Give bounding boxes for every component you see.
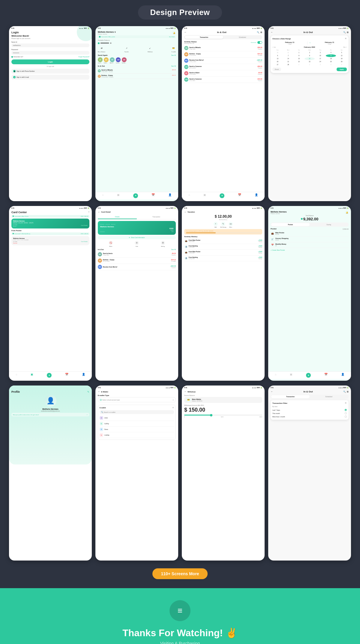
- create-new-pocket[interactable]: + Create New Pocket: [271, 248, 349, 252]
- avatar-jc[interactable]: JC Jane Cooper: [98, 57, 103, 64]
- tx-row-2[interactable]: DR Darlene - Gopay 15 Jan 2022 · E-walle…: [98, 74, 176, 79]
- filter-option-3[interactable]: More than 1 month: [272, 415, 347, 418]
- cal-cell[interactable]: 4: [326, 63, 336, 66]
- back-arrow-vac[interactable]: ←: [184, 211, 187, 213]
- avatar-af[interactable]: AF Albert Flores: [110, 57, 115, 64]
- card-1[interactable]: Matheis Hermes 6920 0129 8262 1925 m-Car…: [11, 219, 89, 228]
- close-filter-icon[interactable]: ✕: [345, 402, 347, 404]
- cal-cell[interactable]: 15: [294, 57, 304, 60]
- filter-icon-tf[interactable]: ⊞: [347, 391, 349, 393]
- ewallet-type-selector[interactable]: Select virtual account type ∨: [98, 397, 176, 402]
- back-arrow-ew[interactable]: ←: [98, 390, 100, 393]
- tx-6[interactable]: CW Send to Cameron 4 Oct 2022 -$43.00 Tr…: [184, 77, 262, 83]
- cal-icon[interactable]: 📅: [238, 193, 241, 198]
- cal-nav-icon[interactable]: 📅: [152, 193, 155, 198]
- cal-cell[interactable]: 6: [272, 54, 283, 57]
- ah-4[interactable]: 🏦 From Banking 12 Sep 2022 + $100 Saving…: [184, 255, 262, 261]
- search-icon-tf[interactable]: 🔍: [343, 391, 346, 393]
- card-nav[interactable]: ▣: [31, 373, 33, 378]
- tab-scheduled-tf[interactable]: Scheduled: [310, 395, 348, 398]
- cal-cell[interactable]: 28: [283, 63, 294, 66]
- cal-cell[interactable]: 14: [283, 57, 294, 60]
- password-input[interactable]: ••••••••••••: [11, 51, 89, 55]
- cal-cell[interactable]: 22: [294, 60, 304, 63]
- cal-cell[interactable]: 31: [283, 51, 294, 54]
- radio-1[interactable]: [345, 409, 347, 411]
- pocket-item-2[interactable]: 🛒 Grocery Shopping $1000: [271, 237, 349, 242]
- phone-signin-btn[interactable]: 📱 Sign in with Phone Number: [11, 69, 89, 74]
- ah-3[interactable]: 💼 From Main Pocket 11 Oct 2022 + $100 Sa…: [184, 250, 262, 255]
- avatar-dr[interactable]: DR Darlene Roberts: [122, 57, 127, 64]
- cal-cell[interactable]: 5: [336, 51, 347, 54]
- radio-3[interactable]: [345, 416, 347, 418]
- tx-2[interactable]: DR Darlene - Gopay 15 Jan 2022 -$14.12 E…: [184, 51, 262, 58]
- toggle-switch[interactable]: [257, 41, 262, 44]
- more-action[interactable]: ••• More: [229, 222, 233, 228]
- tx-3[interactable]: MA Receive from Ma'ruf 10 Nov 2022 +$25.…: [184, 58, 262, 64]
- move-balance-action[interactable]: ⇄ Move Balance: [98, 46, 105, 53]
- tab-saving[interactable]: Saving: [310, 223, 348, 226]
- cal-cell[interactable]: 8: [294, 54, 304, 57]
- tab-transaction[interactable]: Transaction: [185, 36, 223, 39]
- back-arrow[interactable]: ←: [184, 31, 187, 34]
- user-nav-icon[interactable]: 👤: [168, 193, 172, 198]
- cal-cell[interactable]: 13: [272, 57, 283, 60]
- back-arrow-cd[interactable]: ←: [98, 211, 100, 213]
- home-nav-p[interactable]: ⌂: [275, 373, 276, 378]
- cd-tx-3[interactable]: MA Receive from Ma'ruf +$23.42 Transfer: [98, 264, 176, 270]
- login-button[interactable]: Login: [11, 59, 89, 64]
- cal-cell[interactable]: 1: [294, 51, 304, 54]
- main-nav[interactable]: ✦: [47, 373, 52, 378]
- user-nav-p[interactable]: 👤: [341, 373, 344, 378]
- user-nav[interactable]: 👤: [82, 373, 85, 378]
- card-nav-icon[interactable]: ▣: [117, 193, 120, 198]
- tx-1[interactable]: SM Send to Mikaela 3 Sep 2022 -$59.20 Tr…: [184, 45, 262, 51]
- main-nav-icon[interactable]: ✦: [133, 193, 138, 198]
- cal-cell[interactable]: 7: [283, 54, 294, 57]
- back-arrow-date[interactable]: ←: [271, 31, 273, 34]
- cal-cell[interactable]: 27: [272, 63, 283, 66]
- checkbox[interactable]: [11, 56, 13, 58]
- more-screens-button[interactable]: 110+ Screens More: [152, 568, 207, 579]
- block-action[interactable]: 🚫 Block: [109, 241, 113, 247]
- tab-transaction[interactable]: Transaction: [137, 215, 176, 219]
- main-nav-p[interactable]: ✦: [306, 373, 311, 378]
- edit-icon[interactable]: ✎: [87, 391, 89, 393]
- cal-cell[interactable]: 2: [304, 51, 315, 54]
- cal-cell[interactable]: 1: [294, 63, 304, 66]
- cal-cell[interactable]: 2: [304, 63, 315, 66]
- tab-scheduled[interactable]: Scheduled: [223, 36, 262, 39]
- cal-cell[interactable]: 26: [336, 60, 347, 63]
- amount-slider[interactable]: [184, 415, 262, 416]
- close-ewallet-icon[interactable]: ✕: [172, 407, 174, 409]
- withdraw-action[interactable]: ↙ Withdraw: [148, 46, 153, 53]
- ewallet-action[interactable]: 💳 E-wallet: [172, 46, 176, 53]
- cal-cell[interactable]: 20: [272, 60, 283, 63]
- tx-4[interactable]: CW Send to Cameron 28 Oct 2022 -$59.20 T…: [184, 64, 262, 70]
- cal-cell[interactable]: 21: [283, 60, 294, 63]
- cal-nav[interactable]: 📅: [65, 373, 68, 378]
- avatar-eh[interactable]: EH Esther Howard: [104, 57, 109, 64]
- progress-arrow-icon[interactable]: →: [86, 414, 88, 416]
- question-icon[interactable]: ?: [88, 211, 89, 213]
- home-nav-icon[interactable]: ⌂: [102, 193, 104, 198]
- ewallet-gopay[interactable]: G GoPay: [100, 421, 174, 427]
- cal-cell[interactable]: 4: [326, 51, 336, 54]
- name-input[interactable]: melheishrm: [11, 44, 89, 47]
- edit-saving-action[interactable]: ✎ Edit Saving: [220, 222, 226, 228]
- cd-tx-1[interactable]: MK Send al-kecia 1 Sep 2022 -$9.20 Trans…: [98, 251, 176, 258]
- filter-option-2[interactable]: This month: [272, 412, 347, 415]
- avatar-cw[interactable]: CW Cameron Williams: [116, 57, 121, 64]
- search-icon[interactable]: 🔍: [257, 31, 260, 34]
- cal-cell-today[interactable]: 11: [326, 54, 336, 57]
- tx-row-1[interactable]: SM Send to Mikaela 3 Sep 2022 · Transfer…: [98, 68, 176, 74]
- apply-button[interactable]: Apply: [337, 68, 347, 71]
- cal-cell[interactable]: 17: [315, 57, 326, 60]
- cal-cell[interactable]: 30: [272, 51, 283, 54]
- pocket-item-3[interactable]: 📅 Monthly Money $0: [271, 242, 349, 248]
- setting-action[interactable]: ⚙ Setting: [161, 241, 165, 247]
- cal-cell[interactable]: 9: [304, 54, 315, 57]
- user-icon[interactable]: 👤: [255, 193, 258, 198]
- search-icon-date[interactable]: 🔍: [343, 31, 346, 34]
- back-arrow-wd[interactable]: ←: [184, 390, 187, 393]
